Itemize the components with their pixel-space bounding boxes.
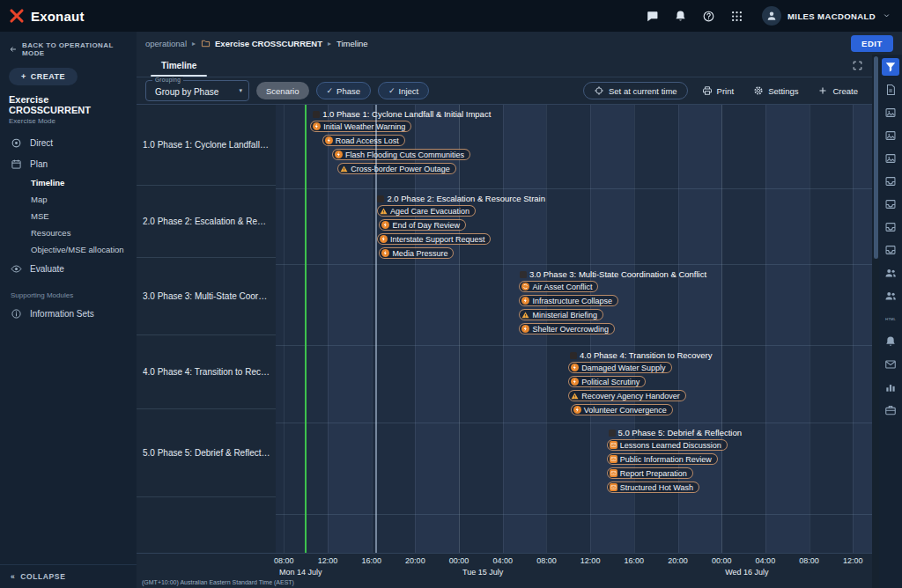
chevron-down-icon xyxy=(882,8,891,24)
sidebar-item-information-sets[interactable]: Information Sets xyxy=(0,303,137,324)
set-at-current-time-button[interactable]: Set at current time xyxy=(583,82,688,99)
rail-tray-icon[interactable] xyxy=(882,195,899,213)
exercise-header: Exercise CROSSCURRENT Exercise Mode xyxy=(0,87,137,132)
tab-bar: Timeline xyxy=(137,55,872,77)
scrollbar-thumb[interactable] xyxy=(874,56,878,259)
axis-tick: 20:00 xyxy=(668,556,688,565)
sidebar-item-direct[interactable]: Direct xyxy=(0,132,137,153)
eye-icon xyxy=(11,263,22,275)
rail-bell-icon[interactable] xyxy=(882,333,899,350)
create-button[interactable]: + CREATE xyxy=(9,68,78,85)
rail-tray-icon[interactable] xyxy=(882,173,899,190)
inject-chip-initial-weather-warning[interactable]: Initial Weather Warning xyxy=(310,121,411,132)
phase-icon xyxy=(609,430,616,437)
rail-chart-icon[interactable] xyxy=(882,379,899,396)
inject-chip-structured-hot-wash[interactable]: Structured Hot Wash xyxy=(607,481,699,493)
inject-label: Political Scrutiny xyxy=(581,378,640,386)
inject-chip-flash-flooding-cuts-communities[interactable]: Flash Flooding Cuts Communities xyxy=(332,149,470,160)
timeline-chart: 1.0 Phase 1: Cyclone Landfall & Initial … xyxy=(137,104,872,553)
filter-chip-inject[interactable]: ✓Inject xyxy=(378,82,429,99)
crosshair-icon xyxy=(594,85,604,96)
bolt-icon xyxy=(313,122,321,130)
inject-chip-report-preparation[interactable]: Report Preparation xyxy=(607,467,693,479)
rail-tray-icon[interactable] xyxy=(882,218,899,236)
apps-icon[interactable] xyxy=(730,10,743,23)
inject-chip-lessons-learned-discussion[interactable]: Lessons Learned Discussion xyxy=(607,439,728,451)
content-lower: Timeline Grouping Group by Phase ▾ Scena… xyxy=(137,55,902,588)
fullscreen-icon[interactable] xyxy=(852,60,863,71)
back-to-operational-mode-link[interactable]: BACK TO OPERATIONAL MODE xyxy=(0,32,137,59)
vertical-scrollbar[interactable] xyxy=(872,55,879,588)
inject-chip-infrastructure-collapse[interactable]: Infrastructure Collapse xyxy=(519,295,618,306)
rail-mail-icon[interactable] xyxy=(882,356,899,373)
user-menu[interactable]: MILES MACDONALD xyxy=(762,6,891,26)
rail-users-icon[interactable] xyxy=(882,264,899,282)
collapse-button[interactable]: « COLLAPSE xyxy=(0,564,137,588)
inject-chip-air-asset-conflict[interactable]: Air Asset Conflict xyxy=(519,281,598,292)
mail-icon xyxy=(610,483,617,491)
filter-chip-scenario[interactable]: Scenario xyxy=(256,82,309,99)
warning-icon xyxy=(571,392,579,400)
phase-icon xyxy=(377,195,384,202)
create-button[interactable]: Create xyxy=(812,83,863,99)
edit-button[interactable]: EDIT xyxy=(851,35,893,52)
breadcrumb-separator-icon: ▸ xyxy=(192,40,196,48)
rail-image-icon[interactable] xyxy=(882,150,899,167)
rail-funnel-icon[interactable] xyxy=(882,58,899,76)
topbar: Exonaut MILES MACDONALD xyxy=(0,0,902,32)
warning-icon xyxy=(380,207,388,215)
sidebar-item-map[interactable]: Map xyxy=(0,191,137,208)
bell-icon[interactable] xyxy=(674,10,687,23)
phase-row-labels: 1.0 Phase 1: Cyclone Landfall & Initial … xyxy=(137,105,276,553)
inject-label: Recovery Agency Handover xyxy=(581,392,680,401)
sidebar-section-label: Supporting Modules xyxy=(0,279,137,303)
tab-timeline[interactable]: Timeline xyxy=(145,55,212,77)
sidebar-item-resources[interactable]: Resources xyxy=(0,224,137,241)
rail-html-icon[interactable]: HTML xyxy=(882,310,899,327)
rail-document-icon[interactable] xyxy=(882,81,899,99)
rail-image-icon[interactable] xyxy=(882,127,899,144)
settings-button[interactable]: Settings xyxy=(748,83,803,99)
rail-image-icon[interactable] xyxy=(882,104,899,121)
inject-chip-political-scrutiny[interactable]: Political Scrutiny xyxy=(568,376,646,387)
inject-chip-public-information-review[interactable]: Public Information Review xyxy=(607,453,718,465)
sidebar-item-evaluate[interactable]: Evaluate xyxy=(0,258,137,279)
axis-tick: 08:00 xyxy=(274,556,294,565)
sidebar-item-objective-mse-allocation[interactable]: Objective/MSE allocation xyxy=(0,241,137,258)
inject-chip-shelter-overcrowding[interactable]: Shelter Overcrowding xyxy=(519,323,615,334)
sidebar-item-plan[interactable]: Plan xyxy=(0,153,137,174)
inject-chip-media-pressure[interactable]: Media Pressure xyxy=(379,247,454,259)
inject-chip-damaged-water-supply[interactable]: Damaged Water Supply xyxy=(568,362,671,373)
breadcrumb-page[interactable]: Timeline xyxy=(336,39,368,48)
grouping-select[interactable]: Grouping Group by Phase ▾ xyxy=(145,80,249,101)
brand[interactable]: Exonaut xyxy=(9,8,85,24)
rail-briefcase-icon[interactable] xyxy=(882,401,899,419)
inject-label: Cross-border Power Outage xyxy=(351,165,450,173)
axis-day-label: Tue 15 July xyxy=(462,568,503,577)
inject-label: Aged Care Evacuation xyxy=(390,207,469,216)
rail-users-icon[interactable] xyxy=(882,287,899,305)
inject-chip-aged-care-evacuation[interactable]: Aged Care Evacuation xyxy=(377,205,476,217)
inject-chip-interstate-support-request[interactable]: Interstate Support Request xyxy=(377,233,492,245)
inject-chip-volunteer-convergence[interactable]: Volunteer Convergence xyxy=(571,404,673,415)
help-icon[interactable] xyxy=(702,10,715,23)
breadcrumb-root[interactable]: operational xyxy=(145,39,187,48)
breadcrumb-exercise[interactable]: Exercise CROSSCURRENT xyxy=(201,39,322,48)
rail-tray-icon[interactable] xyxy=(882,241,899,259)
inject-chip-road-access-lost[interactable]: Road Access Lost xyxy=(322,135,405,146)
print-button[interactable]: Print xyxy=(697,83,740,99)
inject-label: Initial Weather Warning xyxy=(323,122,405,131)
print-icon xyxy=(702,85,713,96)
inject-chip-recovery-agency-handover[interactable]: Recovery Agency Handover xyxy=(568,390,686,401)
filter-chip-phase[interactable]: ✓Phase xyxy=(316,82,371,99)
inject-chip-cross-border-power-outage[interactable]: Cross-border Power Outage xyxy=(337,163,456,174)
phase-row: 1.0 Phase 1: Cyclone Landfall & Initial … xyxy=(276,108,872,189)
chat-icon[interactable] xyxy=(646,10,659,23)
inject-chip-end-of-day-review[interactable]: End of Day Review xyxy=(379,219,466,231)
axis-tick: 04:00 xyxy=(492,556,513,565)
axis-tick: 12:00 xyxy=(843,556,863,565)
inject-chip-ministerial-briefing[interactable]: Ministerial Briefing xyxy=(519,309,603,320)
inject-label: Ministerial Briefing xyxy=(532,311,597,320)
sidebar-item-timeline[interactable]: Timeline xyxy=(0,174,137,191)
sidebar-item-mse[interactable]: MSE xyxy=(0,208,137,224)
